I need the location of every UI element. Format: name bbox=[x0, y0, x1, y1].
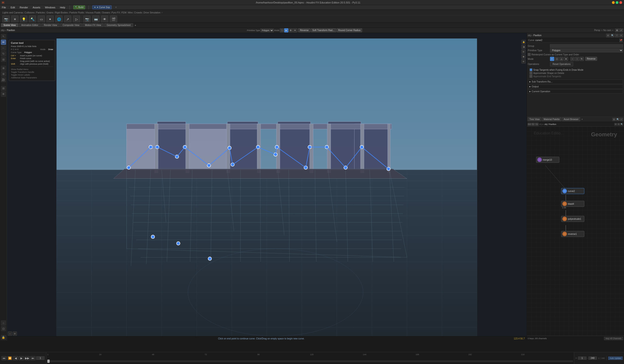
shelf-envlight[interactable]: 🌐 bbox=[55, 16, 63, 23]
mode-prim-btn[interactable]: △ bbox=[559, 57, 563, 61]
shelf-tab-wire[interactable]: Wire bbox=[128, 11, 133, 14]
shelf-stereo[interactable]: 👁 bbox=[101, 16, 108, 23]
auto-update-btn[interactable]: Auto Update bbox=[608, 357, 623, 360]
vp-lock-icon[interactable]: 🔒 bbox=[521, 40, 526, 44]
shelf-tab-collisions[interactable]: Collisions bbox=[25, 11, 35, 14]
mode-edit-btn[interactable]: ◻ bbox=[555, 57, 559, 61]
viewport-expand-btn[interactable]: ⤢ bbox=[619, 28, 623, 32]
timeline-playhead[interactable] bbox=[47, 360, 50, 363]
tab-composite[interactable]: Composite View bbox=[60, 23, 82, 27]
node-polyextrude1[interactable]: polyextrude1 bbox=[561, 216, 584, 222]
reverse-btn[interactable]: Reverse bbox=[298, 28, 310, 32]
material-palette-tab[interactable]: Material Palette bbox=[542, 117, 561, 121]
pavilion-label[interactable]: Pavilion bbox=[7, 29, 15, 31]
shelf-camera3[interactable]: 🎬 bbox=[110, 16, 117, 23]
shelf-tab-lights[interactable]: Lights and Cameras bbox=[2, 11, 23, 14]
scale-tool[interactable]: ⊞ bbox=[1, 57, 6, 62]
persp-label[interactable]: Persp bbox=[594, 29, 600, 31]
vp-grid-btn[interactable]: ⊞ bbox=[13, 332, 17, 336]
play-btn[interactable]: ▶ bbox=[19, 356, 24, 360]
home-view[interactable]: ⌂ bbox=[1, 320, 6, 325]
grid-tool[interactable]: ⊞ bbox=[1, 86, 6, 91]
rp-search-btn[interactable]: 🔍 bbox=[611, 34, 614, 37]
menu-file[interactable]: File bbox=[1, 5, 7, 9]
round-corner-btn[interactable]: Round Corner Radius bbox=[337, 28, 362, 32]
menu-assets[interactable]: Assets bbox=[32, 5, 41, 9]
shelf-tab-particle-fluids[interactable]: Particle Fluids bbox=[69, 11, 84, 14]
approx-shape-checkbox[interactable] bbox=[530, 72, 532, 74]
mode-draw-btn[interactable]: ✏ bbox=[550, 57, 554, 61]
shelf-camera[interactable]: 📷 bbox=[2, 16, 10, 23]
minimize-btn[interactable] bbox=[612, 1, 615, 4]
mode-flip-btn[interactable]: ↕ bbox=[575, 57, 579, 61]
build-btn[interactable]: 🔨 Build bbox=[73, 5, 85, 9]
shelf-indirectlight[interactable]: ↗ bbox=[64, 16, 72, 23]
shelf-spotlight[interactable]: 🔦 bbox=[29, 16, 36, 23]
shelf-tab-particles[interactable]: Particles bbox=[36, 11, 45, 14]
shelf-tab-crowds[interactable]: Crowds bbox=[134, 11, 142, 14]
viewport-options-btn[interactable]: ⚙ bbox=[615, 28, 619, 32]
frame-input[interactable] bbox=[36, 356, 45, 360]
timeline-slider[interactable] bbox=[47, 360, 573, 362]
shelf-tab-drive[interactable]: Drive Simulation bbox=[144, 11, 160, 14]
rp-close-btn[interactable]: ✕ bbox=[619, 34, 623, 37]
menu-render[interactable]: Render bbox=[19, 5, 29, 9]
curve-sop-btn[interactable]: ✦ ✦ Curve Sop bbox=[92, 5, 112, 9]
node-blast4[interactable]: blast4 bbox=[561, 201, 584, 207]
mode-btn-3[interactable]: ⚙ bbox=[288, 28, 293, 32]
shelf-skylight[interactable]: ☀ bbox=[11, 16, 19, 23]
select-tool[interactable]: ↖ bbox=[1, 34, 6, 39]
transform-handle-opt[interactable]: Toggle Transform Handle bbox=[11, 71, 34, 73]
vp-vis-icon[interactable]: ◉ bbox=[521, 54, 526, 59]
nn-layout-btn[interactable]: ⊞ bbox=[612, 118, 616, 121]
rp-help-btn[interactable]: ? bbox=[615, 34, 619, 37]
shelf-tab-viscous[interactable]: Viscous Fluids bbox=[86, 11, 101, 14]
shelf-light[interactable]: ✦ bbox=[46, 16, 54, 23]
radial-menu-opt[interactable]: Show Radial Menu bbox=[11, 68, 28, 71]
handle-tool[interactable]: ⊗ bbox=[1, 72, 6, 76]
node-path-pavilion[interactable]: obj / Pavilion bbox=[545, 123, 556, 125]
primitive-type-select[interactable]: Polygon bbox=[260, 28, 274, 32]
vp-snap-icon[interactable]: ⊕ bbox=[521, 59, 526, 64]
no-cam-label[interactable]: No cam bbox=[603, 29, 611, 31]
node-merge10[interactable]: merge10 bbox=[536, 157, 559, 163]
frame-all[interactable]: ⊡ bbox=[1, 326, 6, 331]
skip-start-btn[interactable]: ⏮ bbox=[1, 356, 6, 360]
output-section[interactable]: ▶ Output bbox=[528, 84, 623, 89]
shelf-camera2[interactable]: 📷 bbox=[83, 16, 91, 23]
add-tab-btn[interactable]: + bbox=[134, 24, 136, 27]
snap-tangents-checkbox[interactable] bbox=[530, 68, 532, 71]
primitive-type-prop-select[interactable]: Polygon bbox=[550, 49, 623, 52]
tab-render[interactable]: Render View bbox=[41, 23, 60, 27]
mode-btn-2[interactable]: ▶ bbox=[284, 28, 288, 32]
close-btn[interactable] bbox=[619, 1, 622, 4]
state-params-opt[interactable]: Additional State Parameters bbox=[11, 76, 37, 79]
curve-sop-arrow[interactable]: ▼ bbox=[115, 6, 117, 9]
snap-tool[interactable]: ⊕ bbox=[1, 66, 6, 71]
curve-name-value[interactable]: curve2 bbox=[535, 39, 542, 42]
reinterpret-checkbox[interactable] bbox=[528, 53, 530, 56]
shelf-tab-pyrofx[interactable]: Pyro FX bbox=[112, 11, 120, 14]
rp-pavilion-label[interactable]: Pavilion bbox=[533, 34, 541, 37]
vp-shading-icon[interactable]: ◨ bbox=[521, 45, 526, 49]
range-start-input[interactable] bbox=[578, 357, 586, 360]
curve-tool[interactable]: ✏ bbox=[1, 40, 6, 45]
mode-btn-1[interactable]: ⬛ bbox=[280, 28, 284, 32]
nn-zoom-btn[interactable]: 🔍 bbox=[616, 118, 619, 121]
vp-disp-icon[interactable]: ⊞ bbox=[521, 50, 526, 54]
shelf-tab-grains[interactable]: Grains bbox=[46, 11, 53, 14]
tab-geometry-spreadsheet[interactable]: Geometry Spreadsheet bbox=[104, 23, 133, 27]
menu-help[interactable]: Help bbox=[59, 5, 66, 9]
shelf-add[interactable]: + bbox=[161, 11, 163, 14]
skip-end-btn[interactable]: ⏭ bbox=[30, 356, 35, 360]
step-back-btn[interactable]: ◀ bbox=[13, 356, 18, 360]
tab-scene-view[interactable]: Scene View bbox=[1, 23, 18, 27]
tree-view-tab[interactable]: Tree View bbox=[528, 117, 541, 121]
pin-btn[interactable]: 📌 bbox=[619, 39, 623, 42]
mode-mirror-btn[interactable]: ↔ bbox=[571, 57, 574, 61]
maximize-btn[interactable] bbox=[616, 1, 619, 4]
prev-key-btn[interactable]: ⏪ bbox=[7, 356, 12, 360]
range-end-input[interactable] bbox=[589, 357, 597, 360]
node-curve2[interactable]: curve2 bbox=[561, 188, 584, 194]
vp-home-btn[interactable]: ⌂ bbox=[8, 332, 12, 336]
